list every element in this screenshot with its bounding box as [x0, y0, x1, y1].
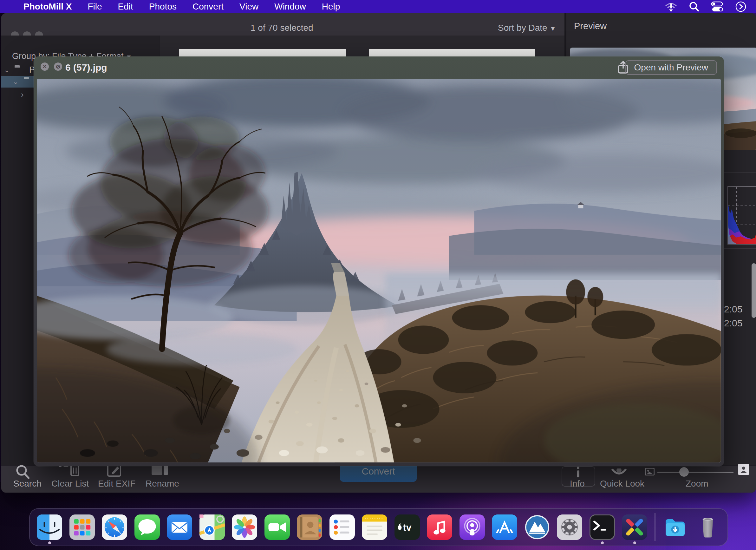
rename-button[interactable]: Rename: [146, 479, 179, 489]
quicklook-close-button[interactable]: ✕: [41, 62, 49, 71]
svg-text:tv: tv: [403, 522, 411, 533]
dock-facetime-icon[interactable]: [264, 514, 290, 540]
clear-list-button[interactable]: Clear List: [51, 479, 89, 489]
user-avatar-button[interactable]: [738, 464, 749, 475]
dock-tv-icon[interactable]: tv: [394, 514, 420, 540]
edit-exif-button[interactable]: Edit EXIF: [98, 479, 135, 489]
preview-panel-title: Preview: [574, 21, 607, 31]
selection-status: 1 of 70 selected: [251, 23, 313, 33]
dock-mountain-circle-icon[interactable]: [525, 514, 550, 540]
info-icon: [574, 467, 582, 477]
dock-separator: [655, 513, 655, 541]
scrollbar[interactable]: [752, 263, 756, 318]
dock-finder-icon[interactable]: [37, 514, 62, 540]
zoom-label: Zoom: [686, 479, 708, 489]
dock-terminal-icon[interactable]: [590, 514, 615, 540]
dock-reminders-icon[interactable]: [329, 514, 355, 540]
info-label: Info: [570, 479, 585, 489]
dock-photomill-x-icon[interactable]: [622, 514, 647, 540]
control-center-icon[interactable]: [711, 1, 724, 12]
chevron-down-icon: ▼: [550, 25, 556, 32]
chevron-right-icon: ›: [21, 90, 24, 100]
search-button[interactable]: Search: [13, 479, 42, 489]
dock-trash-icon[interactable]: [695, 514, 720, 540]
menu-file[interactable]: File: [88, 2, 102, 12]
duration-badge: 2:05: [724, 304, 742, 315]
dock-safari-icon[interactable]: [102, 514, 127, 540]
dock-photos-icon[interactable]: [232, 514, 257, 540]
clock-icon[interactable]: [735, 1, 746, 12]
histogram: [727, 186, 756, 245]
dock-app-store-icon[interactable]: [492, 514, 517, 540]
dock-notes-icon[interactable]: [362, 514, 387, 540]
search-icon[interactable]: [13, 465, 34, 480]
menu-view[interactable]: View: [239, 2, 258, 12]
duration-badge: 2:05: [724, 318, 742, 329]
dock-maps-icon[interactable]: [199, 514, 225, 540]
app-menu-title[interactable]: PhotoMill X: [23, 2, 72, 12]
quick-look-button[interactable]: Quick Look: [600, 479, 644, 489]
menu-bar: PhotoMill X File Edit Photos Convert Vie…: [0, 0, 756, 13]
zoom-slider-knob[interactable]: [679, 467, 689, 477]
search-icon[interactable]: [689, 1, 700, 12]
menu-photos[interactable]: Photos: [149, 2, 177, 12]
bottom-toolbar: Search Clear List Edit EXIF Rename Conve…: [1, 465, 756, 493]
wifi-alert-icon[interactable]: [665, 1, 677, 12]
dock-music-icon[interactable]: [427, 514, 452, 540]
chevron-down-icon: ⌄: [4, 66, 10, 74]
dock-mail-icon[interactable]: [167, 514, 192, 540]
menu-window[interactable]: Window: [274, 2, 306, 12]
quicklook-overlay: ✕ ⊘ 6 (57).jpg Open with Preview: [34, 56, 724, 466]
dock-messages-icon[interactable]: [134, 514, 160, 540]
menu-edit[interactable]: Edit: [118, 2, 133, 12]
dock-launchpad-icon[interactable]: [69, 514, 95, 540]
quick-look-eye-icon[interactable]: [611, 468, 627, 478]
dock-downloads-icon[interactable]: [662, 514, 688, 540]
small-photo-icon: [645, 468, 655, 475]
dock: tv: [29, 508, 728, 546]
chevron-down-icon: ⌄: [13, 78, 18, 86]
person-icon: [740, 465, 748, 474]
sort-by-date-control[interactable]: Sort by Date ▼: [498, 23, 556, 33]
quicklook-filename: 6 (57).jpg: [65, 62, 107, 73]
dock-podcasts-icon[interactable]: [459, 514, 485, 540]
quicklook-photo[interactable]: [37, 79, 721, 462]
zoom-slider[interactable]: [657, 472, 733, 473]
menu-help[interactable]: Help: [322, 2, 340, 12]
dock-contacts-icon[interactable]: [297, 514, 322, 540]
dock-system-settings-icon[interactable]: [557, 514, 582, 540]
menu-convert[interactable]: Convert: [192, 2, 224, 12]
prohibited-icon[interactable]: ⊘: [54, 62, 62, 71]
open-with-preview-button[interactable]: Open with Preview: [625, 60, 717, 75]
